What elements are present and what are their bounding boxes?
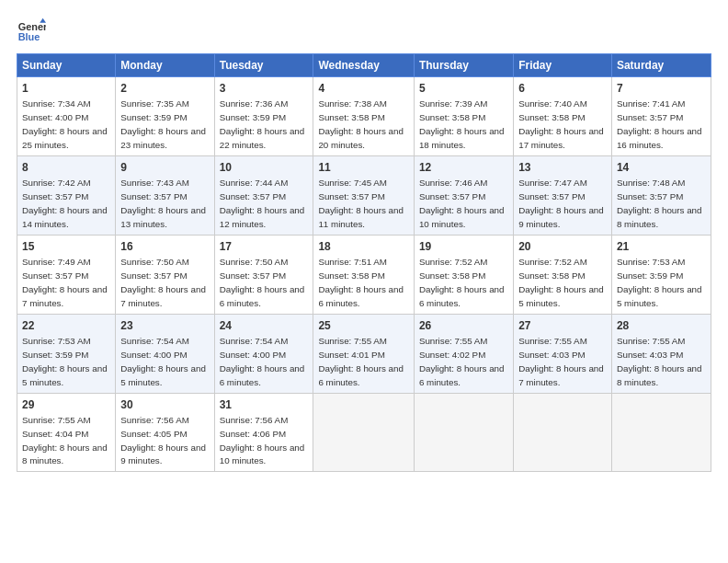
day-number: 24 bbox=[220, 318, 309, 333]
calendar-cell: 23Sunrise: 7:54 AMSunset: 4:00 PMDayligh… bbox=[116, 314, 214, 393]
day-info: Sunrise: 7:38 AMSunset: 3:58 PMDaylight:… bbox=[318, 98, 404, 150]
day-info: Sunrise: 7:55 AMSunset: 4:02 PMDaylight:… bbox=[419, 336, 505, 387]
day-number: 13 bbox=[518, 160, 607, 175]
day-info: Sunrise: 7:56 AMSunset: 4:05 PMDaylight:… bbox=[120, 415, 206, 466]
calendar-cell bbox=[313, 393, 415, 472]
calendar-cell: 20Sunrise: 7:52 AMSunset: 3:58 PMDayligh… bbox=[514, 235, 612, 314]
day-number: 10 bbox=[220, 160, 309, 175]
day-number: 8 bbox=[22, 160, 110, 175]
calendar-cell: 7Sunrise: 7:41 AMSunset: 3:57 PMDaylight… bbox=[611, 77, 711, 156]
calendar-cell: 31Sunrise: 7:56 AMSunset: 4:06 PMDayligh… bbox=[214, 393, 313, 472]
day-info: Sunrise: 7:54 AMSunset: 4:00 PMDaylight:… bbox=[120, 336, 206, 387]
day-number: 3 bbox=[220, 81, 309, 96]
calendar-cell: 25Sunrise: 7:55 AMSunset: 4:01 PMDayligh… bbox=[313, 314, 415, 393]
day-number: 31 bbox=[220, 397, 309, 412]
day-info: Sunrise: 7:55 AMSunset: 4:03 PMDaylight:… bbox=[518, 336, 604, 387]
day-number: 28 bbox=[617, 318, 706, 333]
header: General Blue bbox=[17, 17, 711, 46]
calendar-week-4: 22Sunrise: 7:53 AMSunset: 3:59 PMDayligh… bbox=[17, 314, 711, 393]
day-info: Sunrise: 7:50 AMSunset: 3:57 PMDaylight:… bbox=[120, 257, 206, 308]
calendar-cell: 17Sunrise: 7:50 AMSunset: 3:57 PMDayligh… bbox=[214, 235, 313, 314]
calendar-cell: 30Sunrise: 7:56 AMSunset: 4:05 PMDayligh… bbox=[116, 393, 214, 472]
day-number: 4 bbox=[318, 81, 409, 96]
day-info: Sunrise: 7:45 AMSunset: 3:57 PMDaylight:… bbox=[318, 178, 404, 229]
day-info: Sunrise: 7:52 AMSunset: 3:58 PMDaylight:… bbox=[419, 257, 505, 308]
day-info: Sunrise: 7:53 AMSunset: 3:59 PMDaylight:… bbox=[22, 336, 108, 387]
col-header-wednesday: Wednesday bbox=[313, 54, 415, 77]
day-info: Sunrise: 7:36 AMSunset: 3:59 PMDaylight:… bbox=[220, 98, 305, 150]
calendar-week-3: 15Sunrise: 7:49 AMSunset: 3:57 PMDayligh… bbox=[17, 235, 711, 314]
svg-marker-2 bbox=[40, 18, 46, 23]
day-info: Sunrise: 7:44 AMSunset: 3:57 PMDaylight:… bbox=[220, 178, 305, 229]
day-info: Sunrise: 7:41 AMSunset: 3:57 PMDaylight:… bbox=[617, 98, 702, 150]
col-header-sunday: Sunday bbox=[17, 54, 116, 77]
col-header-tuesday: Tuesday bbox=[214, 54, 313, 77]
calendar-cell: 13Sunrise: 7:47 AMSunset: 3:57 PMDayligh… bbox=[514, 155, 612, 235]
day-number: 16 bbox=[120, 239, 209, 254]
day-number: 1 bbox=[22, 81, 110, 96]
calendar-cell: 14Sunrise: 7:48 AMSunset: 3:57 PMDayligh… bbox=[611, 155, 711, 235]
day-number: 30 bbox=[120, 397, 209, 412]
calendar-cell: 3Sunrise: 7:36 AMSunset: 3:59 PMDaylight… bbox=[214, 77, 313, 156]
col-header-thursday: Thursday bbox=[414, 54, 513, 77]
day-info: Sunrise: 7:34 AMSunset: 4:00 PMDaylight:… bbox=[22, 98, 108, 150]
calendar-cell: 12Sunrise: 7:46 AMSunset: 3:57 PMDayligh… bbox=[414, 155, 513, 235]
day-info: Sunrise: 7:49 AMSunset: 3:57 PMDaylight:… bbox=[22, 257, 108, 308]
col-header-friday: Friday bbox=[514, 54, 612, 77]
day-number: 23 bbox=[120, 318, 209, 333]
calendar-cell: 26Sunrise: 7:55 AMSunset: 4:02 PMDayligh… bbox=[414, 314, 513, 393]
day-info: Sunrise: 7:39 AMSunset: 3:58 PMDaylight:… bbox=[419, 98, 505, 150]
day-number: 27 bbox=[518, 318, 607, 333]
day-number: 9 bbox=[120, 160, 209, 175]
calendar-cell: 9Sunrise: 7:43 AMSunset: 3:57 PMDaylight… bbox=[116, 155, 214, 235]
calendar-header-row: SundayMondayTuesdayWednesdayThursdayFrid… bbox=[17, 54, 711, 77]
logo: General Blue bbox=[17, 17, 50, 46]
day-info: Sunrise: 7:51 AMSunset: 3:58 PMDaylight:… bbox=[318, 257, 404, 308]
calendar-cell: 22Sunrise: 7:53 AMSunset: 3:59 PMDayligh… bbox=[17, 314, 116, 393]
day-number: 25 bbox=[318, 318, 409, 333]
calendar-cell bbox=[414, 393, 513, 472]
calendar-cell: 18Sunrise: 7:51 AMSunset: 3:58 PMDayligh… bbox=[313, 235, 415, 314]
col-header-saturday: Saturday bbox=[611, 54, 711, 77]
day-info: Sunrise: 7:35 AMSunset: 3:59 PMDaylight:… bbox=[120, 98, 206, 150]
day-number: 6 bbox=[518, 81, 607, 96]
day-number: 18 bbox=[318, 239, 409, 254]
logo-icon: General Blue bbox=[17, 17, 46, 46]
calendar-cell: 1Sunrise: 7:34 AMSunset: 4:00 PMDaylight… bbox=[17, 77, 116, 156]
day-info: Sunrise: 7:40 AMSunset: 3:58 PMDaylight:… bbox=[518, 98, 604, 150]
calendar-cell: 27Sunrise: 7:55 AMSunset: 4:03 PMDayligh… bbox=[514, 314, 612, 393]
day-number: 12 bbox=[419, 160, 508, 175]
day-number: 22 bbox=[22, 318, 110, 333]
day-number: 21 bbox=[617, 239, 706, 254]
calendar-cell: 28Sunrise: 7:55 AMSunset: 4:03 PMDayligh… bbox=[611, 314, 711, 393]
page: General Blue SundayMondayTuesdayWednesda… bbox=[0, 0, 728, 563]
day-number: 7 bbox=[617, 81, 706, 96]
day-number: 17 bbox=[220, 239, 309, 254]
day-number: 29 bbox=[22, 397, 110, 412]
day-number: 15 bbox=[22, 239, 110, 254]
day-number: 20 bbox=[518, 239, 607, 254]
calendar-cell: 15Sunrise: 7:49 AMSunset: 3:57 PMDayligh… bbox=[17, 235, 116, 314]
calendar-cell bbox=[611, 393, 711, 472]
calendar-cell: 2Sunrise: 7:35 AMSunset: 3:59 PMDaylight… bbox=[116, 77, 214, 156]
calendar-cell: 24Sunrise: 7:54 AMSunset: 4:00 PMDayligh… bbox=[214, 314, 313, 393]
day-info: Sunrise: 7:56 AMSunset: 4:06 PMDaylight:… bbox=[220, 415, 305, 466]
day-number: 19 bbox=[419, 239, 508, 254]
day-info: Sunrise: 7:50 AMSunset: 3:57 PMDaylight:… bbox=[220, 257, 305, 308]
calendar-cell bbox=[514, 393, 612, 472]
day-number: 5 bbox=[419, 81, 508, 96]
col-header-monday: Monday bbox=[116, 54, 214, 77]
day-info: Sunrise: 7:42 AMSunset: 3:57 PMDaylight:… bbox=[22, 178, 108, 229]
day-number: 14 bbox=[617, 160, 706, 175]
day-info: Sunrise: 7:43 AMSunset: 3:57 PMDaylight:… bbox=[120, 178, 206, 229]
day-info: Sunrise: 7:55 AMSunset: 4:01 PMDaylight:… bbox=[318, 336, 404, 387]
calendar-week-2: 8Sunrise: 7:42 AMSunset: 3:57 PMDaylight… bbox=[17, 155, 711, 235]
day-info: Sunrise: 7:55 AMSunset: 4:04 PMDaylight:… bbox=[22, 415, 108, 466]
day-info: Sunrise: 7:54 AMSunset: 4:00 PMDaylight:… bbox=[220, 336, 305, 387]
calendar-week-5: 29Sunrise: 7:55 AMSunset: 4:04 PMDayligh… bbox=[17, 393, 711, 472]
calendar-week-1: 1Sunrise: 7:34 AMSunset: 4:00 PMDaylight… bbox=[17, 77, 711, 156]
day-info: Sunrise: 7:46 AMSunset: 3:57 PMDaylight:… bbox=[419, 178, 505, 229]
calendar-cell: 5Sunrise: 7:39 AMSunset: 3:58 PMDaylight… bbox=[414, 77, 513, 156]
calendar-cell: 19Sunrise: 7:52 AMSunset: 3:58 PMDayligh… bbox=[414, 235, 513, 314]
calendar-cell: 6Sunrise: 7:40 AMSunset: 3:58 PMDaylight… bbox=[514, 77, 612, 156]
